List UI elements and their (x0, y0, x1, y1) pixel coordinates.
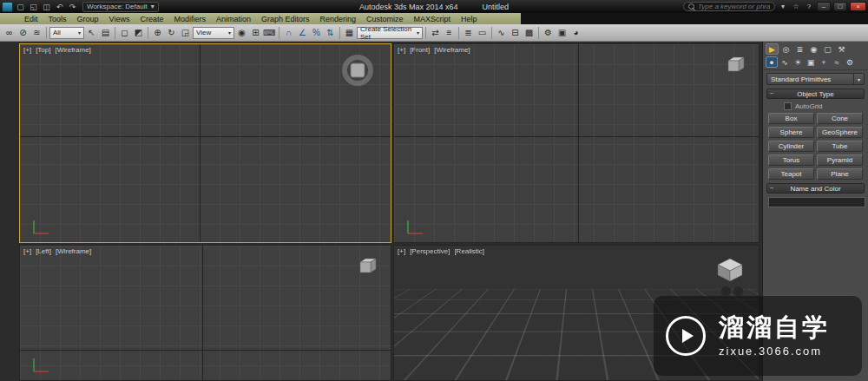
align-icon[interactable]: ≡ (443, 26, 456, 40)
menu-customize[interactable]: Customize (361, 13, 409, 24)
close-button[interactable]: × (850, 2, 866, 11)
selection-filter-dropdown[interactable]: All ▾ (49, 27, 84, 39)
new-scene-icon[interactable]: ▢ (15, 1, 26, 12)
menu-maxscript[interactable]: MAXScript (409, 13, 457, 24)
favorites-star-icon[interactable]: ☆ (791, 2, 801, 12)
geosphere-button[interactable]: GeoSphere (817, 127, 863, 138)
viewport-shading-button[interactable]: [Wireframe] (55, 46, 90, 54)
menu-edit[interactable]: Edit (19, 13, 43, 24)
category-cameras-icon[interactable]: ▣ (805, 56, 817, 68)
select-and-manipulate-icon[interactable]: ⊞ (249, 26, 262, 40)
object-name-input[interactable] (768, 197, 865, 207)
save-file-icon[interactable]: ◫ (41, 1, 52, 12)
help-icon[interactable]: ? (804, 2, 814, 12)
viewcube-orbit-controls[interactable] (721, 286, 743, 296)
tab-motion[interactable]: ◉ (807, 43, 820, 55)
viewport-view-button[interactable]: [Left] (36, 247, 51, 255)
material-editor-icon[interactable]: ▩ (523, 26, 536, 40)
select-and-move-icon[interactable]: ⊕ (151, 26, 164, 40)
render-setup-icon[interactable]: ⚙ (542, 26, 555, 40)
object-type-rollout-header[interactable]: − Object Type (766, 89, 865, 99)
menu-group[interactable]: Group (72, 13, 104, 24)
category-geometry-icon[interactable]: ● (766, 56, 778, 68)
menu-views[interactable]: Views (104, 13, 135, 24)
menu-help[interactable]: Help (456, 13, 483, 24)
category-helpers-icon[interactable]: + (818, 56, 830, 68)
category-space-warps-icon[interactable]: ≈ (831, 56, 843, 68)
mirror-icon[interactable]: ⇄ (429, 26, 442, 40)
menu-create[interactable]: Create (135, 13, 168, 24)
use-pivot-point-center-icon[interactable]: ◉ (235, 26, 248, 40)
viewport-top[interactable]: [+] [Top] [Wireframe] (19, 43, 391, 243)
select-object-icon[interactable]: ↖ (85, 26, 98, 40)
viewport-front[interactable]: [+] [Front] [Wireframe] (393, 43, 760, 243)
viewport-shading-button[interactable]: [Realistic] (454, 247, 484, 255)
reference-coordinate-system-dropdown[interactable]: View ▾ (193, 27, 234, 39)
spinner-snap-toggle-icon[interactable]: ⇅ (324, 26, 337, 40)
angle-snap-toggle-icon[interactable]: ∠ (296, 26, 309, 40)
torus-button[interactable]: Torus (768, 154, 814, 166)
workspace-dropdown[interactable]: Workspace: Default ▾ (82, 2, 159, 12)
teapot-button[interactable]: Teapot (768, 168, 814, 180)
subcategory-dropdown[interactable]: Standard Primitives ▾ (766, 73, 865, 85)
sphere-button[interactable]: Sphere (768, 127, 814, 138)
undo-icon[interactable]: ↶ (54, 1, 65, 12)
viewport-shading-button[interactable]: [Wireframe] (434, 46, 470, 54)
menu-rendering[interactable]: Rendering (315, 13, 362, 24)
viewport-menu-button[interactable]: [+] (398, 247, 405, 255)
redo-icon[interactable]: ↷ (67, 1, 78, 12)
named-selection-sets-dropdown[interactable]: Create Selection Set ▾ (357, 27, 423, 39)
tab-create[interactable]: ▶ (766, 43, 779, 55)
viewcube-icon[interactable] (342, 55, 373, 86)
search-input[interactable] (698, 3, 770, 10)
plane-button[interactable]: Plane (817, 168, 863, 180)
menu-tools[interactable]: Tools (43, 13, 72, 24)
schematic-view-icon[interactable]: ⊟ (509, 26, 522, 40)
tab-display[interactable]: ▢ (821, 43, 834, 55)
viewcube-icon[interactable] (724, 56, 745, 74)
cylinder-button[interactable]: Cylinder (768, 141, 814, 152)
viewport-view-button[interactable]: [Front] (410, 46, 430, 54)
viewport-menu-button[interactable]: [+] (23, 46, 31, 54)
category-systems-icon[interactable]: ⚙ (844, 56, 856, 68)
keyboard-shortcut-override-icon[interactable]: ⌨ (263, 26, 276, 40)
application-menu-button[interactable] (2, 2, 13, 12)
unlink-selection-icon[interactable]: ⊘ (16, 26, 30, 40)
render-production-icon[interactable]: ◕ (569, 26, 582, 40)
tab-utilities[interactable]: ⚒ (835, 43, 848, 55)
maximize-button[interactable]: □ (833, 2, 847, 11)
name-and-color-rollout-header[interactable]: − Name and Color (766, 183, 865, 194)
select-and-link-icon[interactable]: ∞ (3, 26, 16, 40)
curve-editor-icon[interactable]: ∿ (495, 26, 508, 40)
percent-snap-toggle-icon[interactable]: % (310, 26, 323, 40)
select-by-name-icon[interactable]: ▤ (99, 26, 112, 40)
viewport-shading-button[interactable]: [Wireframe] (56, 247, 91, 255)
infocenter-search[interactable] (683, 2, 775, 11)
graphite-modeling-tools-icon[interactable]: ▭ (476, 26, 489, 40)
menu-modifiers[interactable]: Modifiers (168, 13, 211, 24)
category-shapes-icon[interactable]: ∿ (779, 56, 791, 68)
box-button[interactable]: Box (768, 113, 814, 124)
layer-manager-icon[interactable]: ≣ (462, 26, 475, 40)
autogrid-checkbox[interactable] (784, 102, 792, 110)
menu-graph-editors[interactable]: Graph Editors (256, 13, 315, 24)
tab-modify[interactable]: ◎ (779, 43, 792, 55)
tube-button[interactable]: Tube (817, 141, 863, 152)
rendered-frame-window-icon[interactable]: ▣ (556, 26, 569, 40)
open-file-icon[interactable]: ◱ (28, 1, 39, 12)
pyramid-button[interactable]: Pyramid (817, 154, 863, 166)
rectangular-selection-region-icon[interactable]: ◻ (118, 26, 131, 40)
viewport-menu-button[interactable]: [+] (23, 247, 31, 255)
select-and-scale-icon[interactable]: ◲ (179, 26, 192, 40)
viewport-view-button[interactable]: [Perspective] (410, 247, 450, 255)
category-lights-icon[interactable]: ☀ (792, 56, 804, 68)
window-crossing-toggle-icon[interactable]: ◩ (132, 26, 145, 40)
select-and-rotate-icon[interactable]: ↻ (165, 26, 178, 40)
tab-hierarchy[interactable]: ≣ (793, 43, 806, 55)
snap-toggle-3d-icon[interactable]: ∩ (282, 26, 295, 40)
edit-named-selection-sets-icon[interactable]: ▦ (343, 26, 356, 40)
viewport-view-button[interactable]: [Top] (36, 46, 50, 54)
viewport-menu-button[interactable]: [+] (398, 46, 405, 54)
bind-to-space-warp-icon[interactable]: ≋ (30, 26, 43, 40)
viewport-left[interactable]: [+] [Left] [Wireframe] (19, 245, 391, 381)
